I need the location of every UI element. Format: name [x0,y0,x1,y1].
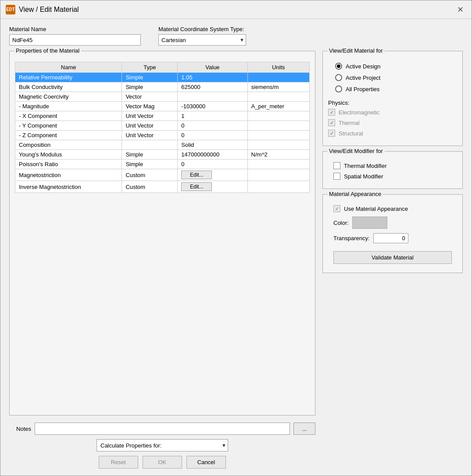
cell-name: Inverse Magnetostriction [15,181,122,193]
modifier-spatial-checkbox [333,173,340,180]
cell-value: -1030000 [178,102,247,111]
cell-type: Unit Vector [122,131,178,140]
cell-units [247,121,309,131]
main-window: EDT View / Edit Material ✕ Material Name… [0,0,472,476]
main-content: Material Name Material Coordinate System… [0,19,472,476]
title-bar: EDT View / Edit Material ✕ [0,0,472,19]
cell-type: Custom [122,181,178,193]
physics-structural-checkbox [328,130,335,137]
table-row[interactable]: Magnetic CoercivityVector [15,92,310,102]
table-row[interactable]: Poisson's RatioSimple0 [15,160,310,169]
cell-units: A_per_meter [247,102,309,111]
radio-active-design[interactable]: Active Design [335,63,450,70]
use-appearance-label: Use Material Appearance [344,206,408,212]
calc-select-wrapper: Calculate Properties for: ▼ [97,439,228,451]
cell-value: Edit... [178,181,247,193]
cell-units [247,160,309,169]
table-row[interactable]: - Z ComponentUnit Vector0 [15,131,310,140]
color-label: Color: [333,220,349,226]
title-bar-left: EDT View / Edit Material [6,5,79,14]
close-button[interactable]: ✕ [454,4,466,15]
physics-electromagnetic-checkbox [328,109,335,116]
table-row[interactable]: CompositionSolid [15,140,310,150]
notes-input[interactable] [35,423,290,435]
cell-value: 0 [178,160,247,169]
cell-value [178,92,247,102]
properties-table: Name Type Value Units Relative Permeabil… [15,62,310,193]
cancel-button[interactable]: Cancel [186,456,226,469]
notes-label: Notes [9,426,31,432]
table-row[interactable]: Inverse MagnetostrictionCustomEdit... [15,181,310,193]
appearance-section: Use Material Appearance Color: Transpare… [328,202,457,267]
cell-units: N/m^2 [247,150,309,160]
material-name-input[interactable] [9,34,141,46]
transparency-label: Transparency: [333,235,370,242]
cell-units [247,181,309,193]
app-icon: EDT [6,5,15,14]
cell-name: Poisson's Ratio [15,160,122,169]
cell-type: Custom [122,169,178,181]
material-name-group: Material Name [9,26,141,46]
cell-units [247,73,309,82]
table-header-row: Name Type Value Units [15,62,310,73]
table-row[interactable]: Young's ModulusSimple147000000000N/m^2 [15,150,310,160]
validate-button[interactable]: Validate Material [333,251,452,264]
notes-row: Notes ... [9,423,315,435]
cell-type: Simple [122,82,178,92]
edit-button[interactable]: Edit... [181,182,212,191]
cell-value: Solid [178,140,247,150]
cell-value: 0 [178,121,247,131]
material-appearance-title: Material Appearance [327,191,383,197]
ok-button[interactable]: OK [143,456,182,469]
calc-select[interactable]: Calculate Properties for: [97,439,228,451]
cell-name: - X Component [15,111,122,121]
modifier-thermal[interactable]: Thermal Modifier [333,162,452,169]
physics-electromagnetic-label: Electromagnetic [339,109,379,116]
cell-name: Magnetic Coercivity [15,92,122,102]
modifier-thermal-checkbox [333,162,340,169]
radio-all-properties[interactable]: All Properties [335,85,450,92]
table-row[interactable]: Relative PermeabilitySimple1.05 [15,73,310,82]
cell-type: Simple [122,73,178,82]
cell-name: Magnetostriction [15,169,122,181]
table-row[interactable]: Bulk ConductivitySimple625000siemens/m [15,82,310,92]
modifier-spatial[interactable]: Spatial Modifier [333,173,452,180]
coord-system-select[interactable]: Cartesian Cylindrical Spherical [158,34,246,46]
cell-type: Unit Vector [122,121,178,131]
reset-button[interactable]: Reset [99,456,138,469]
edit-button[interactable]: Edit... [181,171,212,179]
cell-value: 1.05 [178,73,247,82]
physics-thermal-checkbox [328,119,335,126]
col-units-header: Units [247,62,309,73]
physics-structural[interactable]: Structural [328,130,457,137]
notes-button[interactable]: ... [293,423,315,435]
physics-section: Physics: Electromagnetic Thermal Structu… [328,99,457,137]
calc-row: Calculate Properties for: ▼ [9,439,315,451]
cell-name: Bulk Conductivity [15,82,122,92]
transparency-row: Transparency: [333,233,452,243]
table-row[interactable]: - MagnitudeVector Mag-1030000A_per_meter [15,102,310,111]
cell-type: Simple [122,150,178,160]
physics-thermal[interactable]: Thermal [328,119,457,126]
physics-structural-label: Structural [339,130,363,137]
cell-units [247,111,309,121]
cell-type: Simple [122,160,178,169]
radio-active-project[interactable]: Active Project [335,74,450,81]
table-row[interactable]: - X ComponentUnit Vector1 [15,111,310,121]
col-value-header: Value [178,62,247,73]
coord-system-label: Material Coordinate System Type: [158,26,246,32]
left-panel: Properties of the Material Name Type Val… [9,51,315,469]
transparency-input[interactable] [373,233,408,243]
buttons-row: Reset OK Cancel [9,456,315,469]
radio-active-design-label: Active Design [346,63,380,70]
physics-electromagnetic[interactable]: Electromagnetic [328,109,457,116]
color-swatch[interactable] [352,217,387,229]
table-row[interactable]: - Y ComponentUnit Vector0 [15,121,310,131]
cell-units: siemens/m [247,82,309,92]
top-fields: Material Name Material Coordinate System… [9,26,463,46]
cell-units [247,131,309,140]
properties-group-title: Properties of the Material [14,47,81,54]
cell-name: - Y Component [15,121,122,131]
use-appearance-checkbox[interactable] [333,205,340,212]
table-row[interactable]: MagnetostrictionCustomEdit... [15,169,310,181]
